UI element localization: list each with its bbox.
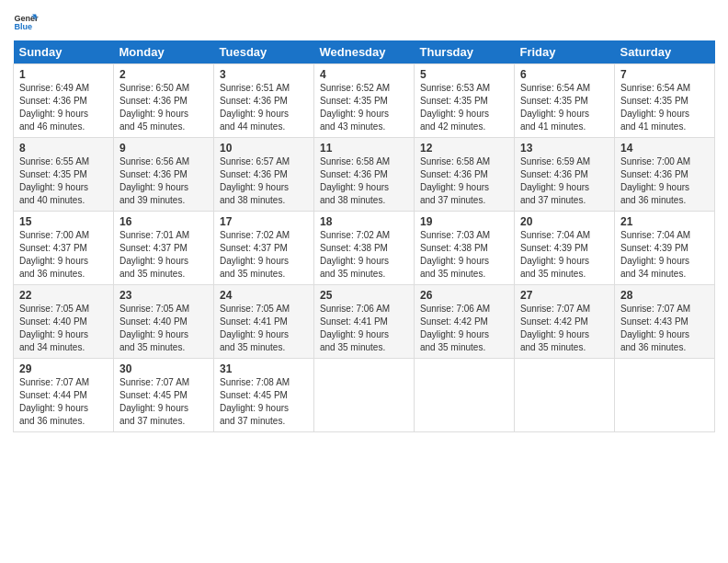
calendar-body: 1Sunrise: 6:49 AM Sunset: 4:36 PM Daylig… [14,64,715,432]
day-number: 18 [320,215,408,228]
col-header-monday: Monday [114,40,214,64]
day-number: 27 [520,289,609,302]
day-number: 5 [420,68,508,81]
day-info: Sunrise: 6:49 AM Sunset: 4:36 PM Dayligh… [19,82,108,133]
day-info: Sunrise: 7:01 AM Sunset: 4:37 PM Dayligh… [119,229,208,281]
day-number: 12 [420,142,508,155]
calendar-cell: 6Sunrise: 6:54 AM Sunset: 4:35 PM Daylig… [515,64,615,138]
day-number: 3 [220,68,308,81]
day-number: 4 [320,68,408,81]
day-info: Sunrise: 6:55 AM Sunset: 4:35 PM Dayligh… [19,155,108,207]
day-number: 30 [119,362,208,375]
calendar-cell [515,359,615,432]
day-info: Sunrise: 7:05 AM Sunset: 4:40 PM Dayligh… [119,303,208,354]
calendar-cell: 17Sunrise: 7:02 AM Sunset: 4:37 PM Dayli… [214,212,314,285]
day-number: 19 [420,215,508,228]
day-info: Sunrise: 6:52 AM Sunset: 4:35 PM Dayligh… [320,82,408,133]
col-header-saturday: Saturday [615,40,715,64]
calendar-header-row: SundayMondayTuesdayWednesdayThursdayFrid… [14,40,715,64]
calendar-cell: 14Sunrise: 7:00 AM Sunset: 4:36 PM Dayli… [615,138,715,212]
calendar-cell: 18Sunrise: 7:02 AM Sunset: 4:38 PM Dayli… [314,212,415,285]
calendar-cell: 3Sunrise: 6:51 AM Sunset: 4:36 PM Daylig… [214,64,314,138]
calendar-cell: 16Sunrise: 7:01 AM Sunset: 4:37 PM Dayli… [114,212,214,285]
day-info: Sunrise: 7:06 AM Sunset: 4:42 PM Dayligh… [420,303,508,354]
day-info: Sunrise: 6:53 AM Sunset: 4:35 PM Dayligh… [420,82,508,133]
day-info: Sunrise: 7:04 AM Sunset: 4:39 PM Dayligh… [620,229,709,281]
calendar-cell: 12Sunrise: 6:58 AM Sunset: 4:36 PM Dayli… [415,138,515,212]
day-number: 23 [119,289,208,302]
col-header-thursday: Thursday [415,40,515,64]
calendar-cell: 31Sunrise: 7:08 AM Sunset: 4:45 PM Dayli… [214,359,314,432]
calendar-cell: 9Sunrise: 6:56 AM Sunset: 4:36 PM Daylig… [114,138,214,212]
day-info: Sunrise: 6:50 AM Sunset: 4:36 PM Dayligh… [119,82,208,133]
day-info: Sunrise: 7:07 AM Sunset: 4:45 PM Dayligh… [119,376,208,428]
day-number: 24 [220,289,308,302]
day-info: Sunrise: 7:00 AM Sunset: 4:37 PM Dayligh… [19,229,108,281]
day-info: Sunrise: 6:51 AM Sunset: 4:36 PM Dayligh… [220,82,308,133]
calendar-cell: 5Sunrise: 6:53 AM Sunset: 4:35 PM Daylig… [415,64,515,138]
calendar-cell: 22Sunrise: 7:05 AM Sunset: 4:40 PM Dayli… [14,285,114,359]
day-number: 1 [19,68,108,81]
calendar-cell [314,359,415,432]
day-info: Sunrise: 7:04 AM Sunset: 4:39 PM Dayligh… [520,229,609,281]
calendar-cell: 19Sunrise: 7:03 AM Sunset: 4:38 PM Dayli… [415,212,515,285]
day-number: 29 [19,362,108,375]
calendar-cell: 27Sunrise: 7:07 AM Sunset: 4:42 PM Dayli… [515,285,615,359]
calendar-table: SundayMondayTuesdayWednesdayThursdayFrid… [13,40,715,432]
day-info: Sunrise: 7:06 AM Sunset: 4:41 PM Dayligh… [320,303,408,354]
calendar-cell: 25Sunrise: 7:06 AM Sunset: 4:41 PM Dayli… [314,285,415,359]
day-number: 20 [520,215,609,228]
calendar-cell [615,359,715,432]
day-info: Sunrise: 6:56 AM Sunset: 4:36 PM Dayligh… [119,155,208,207]
day-number: 10 [220,142,308,155]
calendar-cell: 11Sunrise: 6:58 AM Sunset: 4:36 PM Dayli… [314,138,415,212]
page-container: General Blue SundayMondayTuesdayWednesda… [0,0,728,440]
day-info: Sunrise: 6:58 AM Sunset: 4:36 PM Dayligh… [420,155,508,207]
day-info: Sunrise: 7:02 AM Sunset: 4:37 PM Dayligh… [220,229,308,281]
calendar-cell: 21Sunrise: 7:04 AM Sunset: 4:39 PM Dayli… [615,212,715,285]
calendar-cell: 15Sunrise: 7:00 AM Sunset: 4:37 PM Dayli… [14,212,114,285]
calendar-cell: 20Sunrise: 7:04 AM Sunset: 4:39 PM Dayli… [515,212,615,285]
day-number: 15 [19,215,108,228]
day-number: 9 [119,142,208,155]
day-info: Sunrise: 7:02 AM Sunset: 4:38 PM Dayligh… [320,229,408,281]
day-number: 17 [220,215,308,228]
calendar-cell: 26Sunrise: 7:06 AM Sunset: 4:42 PM Dayli… [415,285,515,359]
day-info: Sunrise: 7:03 AM Sunset: 4:38 PM Dayligh… [420,229,508,281]
week-row-1: 8Sunrise: 6:55 AM Sunset: 4:35 PM Daylig… [14,138,715,212]
week-row-4: 29Sunrise: 7:07 AM Sunset: 4:44 PM Dayli… [14,359,715,432]
col-header-tuesday: Tuesday [214,40,314,64]
day-number: 16 [119,215,208,228]
calendar-cell: 24Sunrise: 7:05 AM Sunset: 4:41 PM Dayli… [214,285,314,359]
day-info: Sunrise: 7:05 AM Sunset: 4:41 PM Dayligh… [220,303,308,354]
day-info: Sunrise: 7:07 AM Sunset: 4:43 PM Dayligh… [620,303,709,354]
day-info: Sunrise: 7:07 AM Sunset: 4:42 PM Dayligh… [520,303,609,354]
day-number: 6 [520,68,609,81]
calendar-cell: 30Sunrise: 7:07 AM Sunset: 4:45 PM Dayli… [114,359,214,432]
day-info: Sunrise: 6:54 AM Sunset: 4:35 PM Dayligh… [520,82,609,133]
day-number: 8 [19,142,108,155]
day-number: 25 [320,289,408,302]
col-header-wednesday: Wednesday [314,40,415,64]
day-info: Sunrise: 7:08 AM Sunset: 4:45 PM Dayligh… [220,376,308,428]
calendar-cell: 13Sunrise: 6:59 AM Sunset: 4:36 PM Dayli… [515,138,615,212]
day-info: Sunrise: 6:57 AM Sunset: 4:36 PM Dayligh… [220,155,308,207]
col-header-friday: Friday [515,40,615,64]
calendar-cell [415,359,515,432]
week-row-2: 15Sunrise: 7:00 AM Sunset: 4:37 PM Dayli… [14,212,715,285]
calendar-cell: 7Sunrise: 6:54 AM Sunset: 4:35 PM Daylig… [615,64,715,138]
day-info: Sunrise: 6:58 AM Sunset: 4:36 PM Dayligh… [320,155,408,207]
calendar-cell: 23Sunrise: 7:05 AM Sunset: 4:40 PM Dayli… [114,285,214,359]
day-number: 7 [620,68,709,81]
day-number: 31 [220,362,308,375]
calendar-cell: 29Sunrise: 7:07 AM Sunset: 4:44 PM Dayli… [14,359,114,432]
calendar-cell: 4Sunrise: 6:52 AM Sunset: 4:35 PM Daylig… [314,64,415,138]
logo-icon: General Blue [13,9,39,35]
day-info: Sunrise: 7:05 AM Sunset: 4:40 PM Dayligh… [19,303,108,354]
day-info: Sunrise: 6:59 AM Sunset: 4:36 PM Dayligh… [520,155,609,207]
day-number: 13 [520,142,609,155]
calendar-cell: 2Sunrise: 6:50 AM Sunset: 4:36 PM Daylig… [114,64,214,138]
week-row-3: 22Sunrise: 7:05 AM Sunset: 4:40 PM Dayli… [14,285,715,359]
day-number: 11 [320,142,408,155]
day-number: 28 [620,289,709,302]
